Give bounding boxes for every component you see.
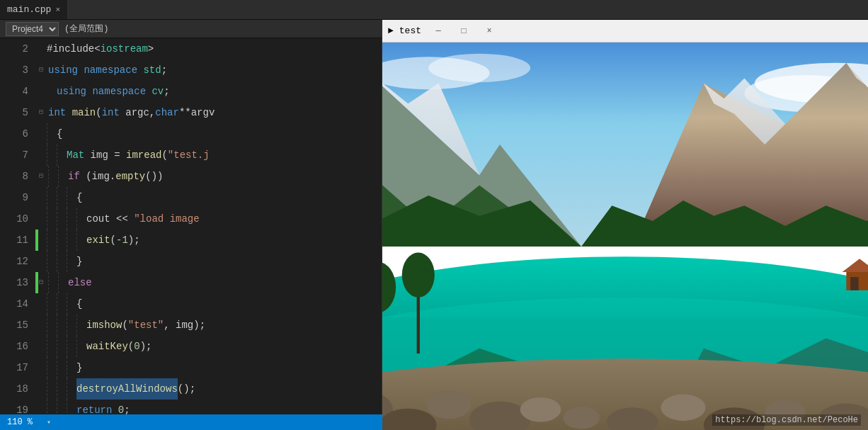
- image-scene: https://blog.csdn.net/PecoHe: [382, 43, 868, 430]
- code-line-16: waitKey(0);: [35, 336, 382, 357]
- code-line-10: cout << "load image: [35, 208, 382, 230]
- code-line-11: exit(-1);: [35, 230, 382, 251]
- svg-rect-37: [850, 277, 859, 290]
- minimize-button[interactable]: ─: [427, 22, 450, 40]
- svg-point-23: [426, 390, 471, 419]
- code-line-13: ⊟ else: [35, 272, 382, 293]
- code-line-7: Mat img = imread("test.j: [35, 145, 382, 166]
- main-content: Project4 (全局范围) 2 3 4 5 6 7 8 9 10 11 12…: [0, 20, 868, 430]
- svg-point-41: [402, 253, 435, 298]
- svg-marker-36: [843, 259, 868, 272]
- code-line-8: ⊟ if (img.empty()): [35, 166, 382, 187]
- svg-point-29: [661, 395, 705, 421]
- test-window-title: test: [399, 26, 421, 36]
- zoom-arrow[interactable]: ▾: [47, 418, 51, 426]
- test-window: ► test ─ □ ×: [382, 20, 868, 430]
- tab-close-icon[interactable]: ×: [55, 6, 60, 14]
- output-panel: C:\Users\Peco\source\repos\Project4\x64\…: [382, 20, 868, 430]
- status-bar: 110 % ▾: [0, 414, 382, 430]
- watermark: https://blog.csdn.net/PecoHe: [712, 414, 861, 426]
- code-line-15: imshow("test", img);: [35, 315, 382, 336]
- window-controls: ─ □ ×: [427, 22, 501, 40]
- code-line-6: {: [35, 123, 382, 145]
- code-line-3: ⊟ using namespace std;: [35, 60, 382, 81]
- editor-nav: Project4 (全局范围): [0, 20, 382, 38]
- svg-point-25: [520, 397, 561, 422]
- test-title-icon: ►: [388, 26, 394, 36]
- tab-main-cpp[interactable]: main.cpp ×: [0, 0, 68, 19]
- project-dropdown[interactable]: Project4: [6, 22, 59, 36]
- code-line-4: using namespace cv;: [35, 81, 382, 102]
- code-line-17: }: [35, 357, 382, 378]
- code-line-18: destroyAllWindows();: [35, 378, 382, 400]
- tab-filename: main.cpp: [7, 4, 51, 15]
- code-line-12: }: [35, 251, 382, 272]
- fold-icon-5[interactable]: ⊟: [35, 107, 47, 118]
- code-lines: #include<iostream> ⊟ using namespace std…: [35, 38, 382, 430]
- zoom-label: 110 %: [7, 417, 33, 427]
- scope-label: (全局范围): [64, 23, 108, 35]
- svg-point-5: [428, 54, 530, 82]
- fold-icon-3[interactable]: ⊟: [35, 64, 47, 76]
- tab-bar: main.cpp ×: [0, 0, 868, 20]
- code-line-9: {: [35, 187, 382, 208]
- code-line-14: {: [35, 293, 382, 315]
- code-line-2: #include<iostream>: [35, 38, 382, 60]
- maximize-button[interactable]: □: [452, 22, 475, 40]
- test-window-titlebar: ► test ─ □ ×: [382, 20, 868, 43]
- code-line-5: ⊟ int main(int argc,char**argv: [35, 102, 382, 123]
- editor-panel: Project4 (全局范围) 2 3 4 5 6 7 8 9 10 11 12…: [0, 20, 382, 430]
- close-button[interactable]: ×: [478, 22, 501, 40]
- fold-icon-8[interactable]: ⊟: [35, 171, 47, 182]
- svg-point-27: [563, 407, 600, 429]
- code-area: 2 3 4 5 6 7 8 9 10 11 12 13 14 15 16 17 …: [0, 38, 382, 430]
- line-numbers: 2 3 4 5 6 7 8 9 10 11 12 13 14 15 16 17 …: [0, 38, 35, 430]
